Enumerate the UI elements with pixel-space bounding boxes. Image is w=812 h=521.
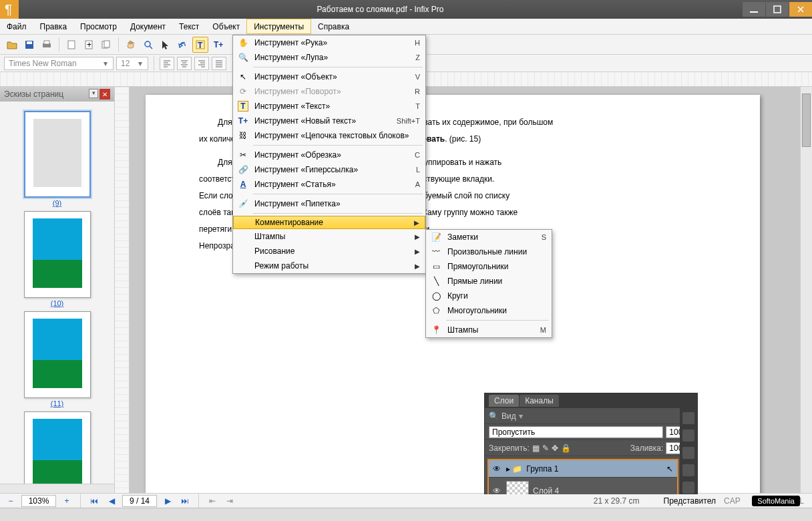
svg-rect-8 [68, 41, 75, 49]
prev-page-button[interactable]: ◀ [105, 495, 118, 507]
menu-text[interactable]: Текст [172, 19, 206, 34]
open-icon[interactable] [4, 37, 20, 53]
tool-crop[interactable]: ✂Инструмент «Обрезка»C [233, 148, 425, 162]
tool-eyedropper[interactable]: 💉Инструмент «Пипетка» [233, 196, 425, 211]
thumbnail-list[interactable]: (9) (10) (11) [0, 102, 114, 484]
comment-polygons[interactable]: ⬠Многоугольники [426, 303, 552, 318]
page-number[interactable]: 9 / 14 [122, 495, 157, 507]
submenu-drawing[interactable]: Рисование▶ [233, 244, 425, 258]
thumbnail[interactable] [24, 111, 91, 198]
minimize-button[interactable] [743, 2, 765, 17]
app-icon: ¶ [0, 0, 19, 19]
comment-stamps[interactable]: 📍ШтампыM [426, 323, 552, 337]
tool-newtext[interactable]: T+Инструмент «Новый текст»Shift+T [233, 114, 425, 128]
tools-dropdown: ✋Инструмент «Рука»H 🔍Инструмент «Лупа»Z … [232, 35, 426, 274]
align-left-icon[interactable] [160, 57, 174, 70]
svg-text:¶: ¶ [5, 1, 12, 17]
layers-tab[interactable]: Слои [489, 395, 519, 407]
thumbnail[interactable] [24, 411, 91, 484]
menu-file[interactable]: Файл [0, 19, 33, 34]
thumbnail-label: (10) [0, 299, 114, 307]
histogram-icon[interactable] [682, 412, 694, 424]
watermark: SoftoMania [752, 496, 800, 506]
page-icon[interactable] [63, 37, 79, 53]
comment-freelines[interactable]: 〰Произвольные линии [426, 244, 552, 259]
panel-close-icon[interactable]: ✕ [99, 89, 110, 100]
last-page-button[interactable]: ⏭ [178, 495, 192, 507]
menu-help[interactable]: Справка [311, 19, 356, 34]
lock-pixels-icon[interactable]: ▦ [532, 444, 540, 453]
tool-object[interactable]: ↖Инструмент «Объект»V [233, 69, 425, 84]
thumbnails-panel-title: Эскизы страниц ▾ ✕ [0, 87, 114, 102]
channels-tab[interactable]: Каналы [520, 395, 559, 407]
styles-icon[interactable] [682, 447, 694, 459]
pages-icon[interactable] [98, 37, 114, 53]
font-size-combo[interactable]: 12 ▾ [116, 57, 148, 70]
visibility-icon[interactable]: 👁 [493, 464, 502, 474]
text-tool-icon[interactable]: T [192, 37, 208, 53]
comment-circles[interactable]: ◯Круги [426, 289, 552, 303]
caps-indicator: CAP [724, 496, 741, 506]
zoom-in-button[interactable]: + [60, 495, 73, 507]
panel-menu-icon[interactable]: ▾ [89, 89, 98, 98]
lock-all-icon[interactable]: 🔒 [561, 444, 571, 453]
lock-brush-icon[interactable]: ✎ [542, 444, 549, 453]
align-justify-icon[interactable] [212, 57, 226, 70]
layer-item[interactable]: 👁 Слой 4 [489, 478, 677, 494]
newtext-tool-icon[interactable]: T+ [210, 37, 226, 53]
submenu-commenting[interactable]: Комментирование▶ [233, 216, 425, 229]
paths-icon[interactable] [682, 482, 694, 494]
submenu-workmode[interactable]: Режим работы▶ [233, 258, 425, 273]
zoom-tool-icon[interactable] [140, 37, 156, 53]
newpage-icon[interactable]: + [81, 37, 97, 53]
menu-document[interactable]: Документ [124, 19, 172, 34]
thumbnail[interactable] [24, 211, 91, 298]
hand-icon: ✋ [236, 35, 250, 50]
tool-zoom[interactable]: 🔍Инструмент «Лупа»Z [233, 50, 425, 65]
print-icon[interactable] [39, 37, 55, 53]
menu-edit[interactable]: Правка [33, 19, 74, 34]
tool-text[interactable]: TИнструмент «Текст»T [233, 99, 425, 114]
tool-hyperlink[interactable]: 🔗Инструмент «Гиперссылка»L [233, 162, 425, 177]
nav-forward-button[interactable]: ⇥ [223, 495, 236, 507]
bottom-bar [0, 508, 812, 521]
thumbnails-panel: Эскизы страниц ▾ ✕ (9) (10) (11) [0, 87, 115, 494]
next-page-button[interactable]: ▶ [161, 495, 174, 507]
title-bar: ¶ Работаем со слоями.pdf - Infix Pro [0, 0, 812, 19]
blend-mode[interactable]: Пропустить [489, 426, 663, 438]
undo-icon[interactable] [175, 37, 191, 53]
align-center-icon[interactable] [177, 57, 192, 70]
note-icon: 📝 [429, 230, 443, 244]
close-button[interactable] [789, 2, 812, 17]
thumbnail[interactable] [24, 311, 91, 398]
zoom-value[interactable]: 103% [21, 495, 56, 507]
menu-tools[interactable]: Инструменты [246, 19, 311, 34]
menu-object[interactable]: Объект [206, 19, 246, 34]
vertical-scrollbar[interactable] [800, 87, 812, 494]
tool-textchain[interactable]: ⛓Инструмент «Цепочка текстовых блоков» [233, 128, 425, 143]
chain-icon: ⛓ [236, 128, 250, 143]
maximize-button[interactable] [766, 2, 789, 17]
eyedropper-icon: 💉 [236, 196, 250, 211]
font-size: 12 [121, 59, 130, 68]
select-tool-icon[interactable] [158, 37, 174, 53]
submenu-stamps[interactable]: Штампы▶ [233, 229, 425, 244]
zoom-out-button[interactable]: − [4, 495, 17, 507]
font-combo[interactable]: Times New Roman ▾ [4, 57, 114, 70]
first-page-button[interactable]: ⏮ [87, 495, 101, 507]
lock-move-icon[interactable]: ✥ [552, 444, 558, 453]
comment-rectangles[interactable]: ▭Прямоугольники [426, 259, 552, 274]
hand-tool-icon[interactable] [123, 37, 139, 53]
visibility-icon[interactable]: 👁 [493, 486, 502, 495]
adjustments-icon[interactable] [682, 464, 694, 476]
save-icon[interactable] [21, 37, 37, 53]
swatches-icon[interactable] [682, 429, 694, 442]
comment-notes[interactable]: 📝ЗаметкиS [426, 230, 552, 244]
align-right-icon[interactable] [194, 57, 209, 70]
comment-lines[interactable]: ╲Прямые линии [426, 274, 552, 289]
tool-article[interactable]: AИнструмент «Статья»A [233, 177, 425, 192]
tool-hand[interactable]: ✋Инструмент «Рука»H [233, 35, 425, 50]
layer-group[interactable]: 👁 ▸ 📁 Группа 1 ↖ [489, 460, 677, 478]
nav-back-button[interactable]: ⇤ [206, 495, 219, 507]
menu-view[interactable]: Просмотр [73, 19, 124, 34]
